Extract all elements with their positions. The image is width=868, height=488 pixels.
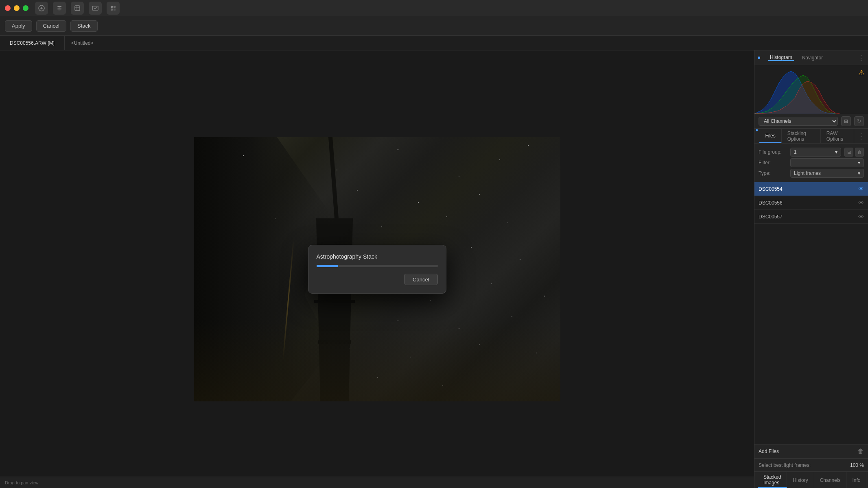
type-row: Type: Light frames ▾ — [759, 168, 864, 179]
file-list: DSC00554 👁 DSC00556 👁 DSC00557 👁 — [754, 182, 868, 444]
files-section: Files Stacking Options RAW Options ⋮ Fil… — [754, 129, 868, 488]
filter-chevron: ▾ — [858, 160, 860, 166]
file-item-dsc00557[interactable]: DSC00557 👁 — [754, 210, 868, 224]
tab-file-label: DSC00556.ARW [M] — [10, 40, 55, 46]
stack-button[interactable]: Stack — [70, 20, 98, 32]
file-group-number: 1 — [794, 149, 797, 155]
tabbar: DSC00556.ARW [M] <Untitled> — [0, 36, 868, 50]
tab-untitled[interactable]: <Untitled> — [65, 36, 868, 50]
bottom-tabs: Stacked Images History Channels Info ⋮ — [754, 472, 868, 488]
dialog-buttons: Cancel — [317, 274, 438, 285]
app-icon-5[interactable] — [107, 2, 120, 15]
histogram-expand-icon[interactable]: ⋮ — [857, 53, 865, 62]
canvas-area[interactable]: Astrophotography Stack Cancel Drag to pa… — [0, 50, 754, 488]
cancel-button[interactable]: Cancel — [36, 20, 66, 32]
histogram-tab[interactable]: Histogram — [768, 54, 794, 61]
files-tab-label: Files — [765, 133, 775, 139]
histogram-section: Histogram Navigator ⋮ ⚠ All Channels — [754, 50, 868, 129]
channels-select[interactable]: All Channels Red Green Blue — [759, 117, 838, 126]
channels-row: All Channels Red Green Blue ⊞ ↻ — [754, 114, 868, 129]
right-panel: Histogram Navigator ⋮ ⚠ All Channels — [754, 50, 868, 488]
files-tab-stacking[interactable]: Stacking Options — [782, 129, 821, 143]
titlebar — [0, 0, 868, 16]
svg-rect-3 — [111, 6, 113, 8]
toolbar: Apply Cancel Stack — [0, 16, 868, 36]
app-icon-1[interactable] — [35, 2, 48, 15]
traffic-light-close[interactable] — [5, 5, 11, 11]
file-group-row: File group: 1 ▾ ⊞ 🗑 — [759, 147, 864, 157]
file-group-delete-icon[interactable]: 🗑 — [855, 148, 864, 157]
add-files-row: Add Files 🗑 — [754, 444, 868, 459]
progress-dialog: Astrophotography Stack Cancel — [308, 245, 446, 294]
traffic-light-minimize[interactable] — [14, 5, 20, 11]
bottom-tab-history[interactable]: History — [787, 472, 814, 488]
traffic-light-maximize[interactable] — [23, 5, 28, 11]
type-value[interactable]: Light frames ▾ — [790, 169, 864, 178]
svg-rect-1 — [75, 6, 80, 11]
file-group-grid-icon[interactable]: ⊞ — [844, 148, 853, 157]
bottom-tab-info[interactable]: Info — [846, 472, 866, 488]
tab-dsc00556[interactable]: DSC00556.ARW [M] — [0, 36, 65, 50]
svg-rect-5 — [111, 9, 113, 11]
svg-rect-6 — [114, 9, 116, 11]
file-eye-dsc00556[interactable]: 👁 — [858, 200, 864, 206]
file-group-chevron: ▾ — [835, 149, 837, 155]
select-best-value: 100 % — [850, 462, 864, 468]
progress-bar-background — [317, 265, 438, 267]
stacking-tab-label: Stacking Options — [787, 131, 815, 142]
files-tab-expand-icon[interactable]: ⋮ — [854, 129, 868, 143]
svg-rect-4 — [114, 6, 116, 8]
file-group-label: File group: — [759, 149, 787, 155]
bottom-tab-channels[interactable]: Channels — [814, 472, 847, 488]
type-chevron: ▾ — [858, 170, 860, 176]
navigator-tab[interactable]: Navigator — [800, 55, 824, 61]
stacked-images-label: Stacked Images — [763, 474, 781, 486]
app-icon-2[interactable] — [53, 2, 66, 15]
add-files-delete-icon[interactable]: 🗑 — [857, 448, 864, 455]
history-label: History — [793, 477, 808, 483]
files-indicator — [756, 129, 758, 131]
type-label: Type: — [759, 170, 787, 176]
file-item-dsc00556[interactable]: DSC00556 👁 — [754, 196, 868, 210]
filter-label: Filter: — [759, 160, 787, 166]
files-options: File group: 1 ▾ ⊞ 🗑 Filter: ▾ — [754, 144, 868, 182]
app-icon-3[interactable] — [71, 2, 84, 15]
type-text: Light frames — [794, 170, 821, 176]
file-name-dsc00556: DSC00556 — [759, 200, 858, 206]
histogram-svg — [754, 65, 868, 114]
histogram-tabs: Histogram Navigator ⋮ — [754, 50, 868, 65]
files-tab-files[interactable]: Files — [759, 129, 781, 143]
channels-grid-btn[interactable]: ⊞ — [841, 116, 851, 126]
select-best-label: Select best light frames: — [759, 462, 811, 468]
histogram-indicator — [758, 57, 760, 59]
file-name-dsc00554: DSC00554 — [759, 186, 858, 192]
dialog-overlay: Astrophotography Stack Cancel — [0, 50, 754, 488]
progress-bar-fill — [317, 265, 339, 267]
app-icon-4[interactable] — [89, 2, 102, 15]
file-eye-dsc00554[interactable]: 👁 — [858, 186, 864, 192]
channels-refresh-btn[interactable]: ↻ — [854, 116, 864, 126]
file-name-dsc00557: DSC00557 — [759, 214, 858, 220]
info-label: Info — [852, 477, 860, 483]
file-group-value[interactable]: 1 ▾ — [790, 148, 841, 157]
tab-untitled-label: <Untitled> — [71, 40, 94, 46]
histogram-warning-icon: ⚠ — [858, 68, 865, 77]
dialog-title: Astrophotography Stack — [317, 253, 438, 260]
file-eye-dsc00557[interactable]: 👁 — [858, 214, 864, 220]
channels-label: Channels — [820, 477, 841, 483]
select-best-row: Select best light frames: 100 % — [754, 459, 868, 472]
main-area: Astrophotography Stack Cancel Drag to pa… — [0, 50, 868, 488]
histogram-chart: ⚠ — [754, 65, 868, 114]
files-tabs: Files Stacking Options RAW Options ⋮ — [754, 129, 868, 144]
bottom-tab-stacked-images[interactable]: Stacked Images — [758, 472, 787, 488]
bottom-tabs-expand-icon[interactable]: ⋮ — [866, 472, 868, 488]
file-item-dsc00554[interactable]: DSC00554 👁 — [754, 182, 868, 196]
raw-tab-label: RAW Options — [826, 131, 848, 142]
filter-value[interactable]: ▾ — [790, 158, 864, 167]
files-tab-raw[interactable]: RAW Options — [821, 129, 854, 143]
apply-button[interactable]: Apply — [5, 20, 32, 32]
filter-row: Filter: ▾ — [759, 157, 864, 168]
dialog-cancel-button[interactable]: Cancel — [404, 274, 437, 285]
add-files-button[interactable]: Add Files — [759, 449, 779, 454]
